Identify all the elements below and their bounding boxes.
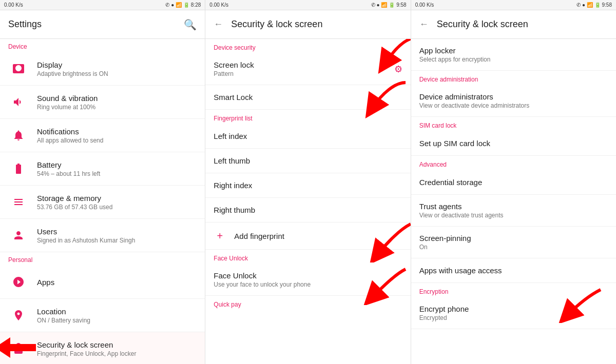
security-middle-list: Device security Screen lock Pattern ⚙ [205, 39, 410, 364]
quick-pay-label: Quick pay [205, 296, 410, 310]
apps-title: Apps [37, 278, 197, 287]
display-title: Display [37, 60, 197, 69]
main-content: Settings 🔍 Device Display Adaptive brigh… [0, 10, 616, 364]
security-right-header: ← Security & lock screen [411, 10, 616, 39]
sound-title: Sound & vibration [37, 94, 197, 103]
sound-subtitle: Ring volume at 100% [37, 104, 197, 111]
status-time-3: 9:58 [602, 2, 612, 8]
storage-title: Storage & memory [37, 194, 197, 203]
sim-lock-section-label: SIM card lock [411, 117, 616, 131]
location-subtitle: ON / Battery saving [37, 317, 197, 324]
left-thumb-title: Left thumb [214, 156, 402, 165]
smart-lock-title: Smart Lock [214, 93, 402, 102]
right-index-item[interactable]: Right index [205, 173, 410, 198]
encrypt-phone-item[interactable]: Encrypt phone Encrypted [411, 297, 616, 329]
status-time-2: 9:58 [396, 2, 406, 8]
location-item[interactable]: Location ON / Battery saving [0, 299, 205, 332]
encryption-section-label: Encryption [411, 283, 616, 297]
face-unlock-title: Face Unlock [214, 271, 402, 280]
users-title: Users [37, 227, 197, 236]
battery-text: Battery 54% – about 11 hrs left [37, 160, 197, 177]
app-locker-subtitle: Select apps for encryption [419, 56, 608, 63]
device-admin-item[interactable]: Device administrators View or deactivate… [411, 85, 616, 117]
advanced-section-label: Advanced [411, 156, 616, 170]
device-admin-title: Device administrators [419, 92, 608, 101]
settings-title: Settings [8, 19, 184, 30]
notifications-icon [8, 125, 29, 146]
battery-item[interactable]: Battery 54% – about 11 hrs left [0, 152, 205, 186]
location-text: Location ON / Battery saving [37, 307, 197, 324]
device-section-label: Device [0, 39, 205, 52]
personal-section-label: Personal [0, 252, 205, 266]
status-panel-1: 0.00 K/s ✆ ● 📶 🔋 8:28 [0, 0, 205, 10]
back-arrow-right[interactable]: ← [419, 19, 429, 30]
right-index-title: Right index [214, 181, 402, 190]
encrypt-phone-subtitle: Encrypted [419, 314, 608, 321]
security-middle-header: ← Security & lock screen [205, 10, 410, 39]
right-thumb-item[interactable]: Right thumb [205, 198, 410, 223]
security-middle-title: Security & lock screen [231, 19, 402, 30]
usage-access-title: Apps with usage access [419, 266, 608, 275]
apps-icon [8, 272, 29, 292]
sound-item[interactable]: Sound & vibration Ring volume at 100% [0, 86, 205, 119]
screen-pinning-title: Screen-pinning [419, 234, 608, 242]
screen-pinning-subtitle: On [419, 244, 608, 251]
add-fingerprint-item[interactable]: + Add fingerprint [205, 223, 410, 250]
status-bar: 0.00 K/s ✆ ● 📶 🔋 8:28 0.00 K/s ✆ ● 📶 🔋 9… [0, 0, 616, 10]
users-item[interactable]: Users Signed in as Ashutosh Kumar Singh [0, 219, 205, 252]
display-text: Display Adaptive brightness is ON [37, 60, 197, 77]
right-thumb-title: Right thumb [214, 206, 402, 214]
credential-storage-item[interactable]: Credential storage [411, 170, 616, 195]
battery-title: Battery [37, 160, 197, 169]
app-locker-item[interactable]: App locker Select apps for encryption [411, 39, 616, 71]
fingerprint-list-label: Fingerprint list [205, 110, 410, 124]
security-title: Security & lock screen [37, 340, 197, 349]
notifications-item[interactable]: Notifications All apps allowed to send [0, 119, 205, 152]
screen-lock-item[interactable]: Screen lock Pattern ⚙ [205, 53, 410, 85]
status-speed-3: 0.00 K/s [415, 2, 434, 8]
status-time-1: 8:28 [191, 2, 201, 8]
screen-lock-subtitle: Pattern [214, 70, 394, 77]
sim-lock-title: Set up SIM card lock [419, 139, 608, 148]
notifications-subtitle: All apps allowed to send [37, 137, 197, 144]
gear-icon[interactable]: ⚙ [394, 64, 402, 75]
device-admin-subtitle: View or deactivate device administrators [419, 102, 608, 109]
encrypt-phone-title: Encrypt phone [419, 305, 608, 313]
sim-lock-item[interactable]: Set up SIM card lock [411, 131, 616, 156]
add-icon: + [214, 230, 226, 242]
panel-security-right: ← Security & lock screen App locker Sele… [411, 10, 616, 364]
battery-icon [8, 158, 29, 179]
storage-subtitle: 53.76 GB of 57.43 GB used [37, 204, 197, 211]
status-icons-3: ✆ ● 📶 🔋 9:58 [576, 2, 612, 8]
display-subtitle: Adaptive brightness is ON [37, 70, 197, 77]
trust-agents-item[interactable]: Trust agents View or deactivate trust ag… [411, 195, 616, 227]
back-arrow-middle[interactable]: ← [214, 19, 223, 30]
battery-subtitle: 54% – about 11 hrs left [37, 170, 197, 177]
sound-text: Sound & vibration Ring volume at 100% [37, 94, 197, 111]
display-item[interactable]: Display Adaptive brightness is ON [0, 52, 205, 86]
screen-lock-title: Screen lock [214, 60, 394, 69]
security-icon [8, 338, 29, 359]
app-locker-title: App locker [419, 46, 608, 55]
usage-access-item[interactable]: Apps with usage access [411, 258, 616, 283]
left-index-item[interactable]: Left index [205, 124, 410, 149]
status-icons-2: ✆ ● 📶 🔋 9:58 [371, 2, 407, 8]
storage-text: Storage & memory 53.76 GB of 57.43 GB us… [37, 194, 197, 211]
face-unlock-item[interactable]: Face Unlock Use your face to unlock your… [205, 264, 410, 296]
panel-security-middle: ← Security & lock screen Device security… [205, 10, 411, 364]
left-thumb-item[interactable]: Left thumb [205, 149, 410, 173]
status-panel-2: 0.00 K/s ✆ ● 📶 🔋 9:58 [205, 0, 411, 10]
credential-storage-title: Credential storage [419, 178, 608, 187]
security-subtitle: Fingerprint, Face Unlock, App locker [37, 350, 197, 357]
security-right-title: Security & lock screen [437, 19, 608, 30]
storage-item[interactable]: Storage & memory 53.76 GB of 57.43 GB us… [0, 186, 205, 219]
security-item[interactable]: Security & lock screen Fingerprint, Face… [0, 332, 205, 364]
security-text: Security & lock screen Fingerprint, Face… [37, 340, 197, 357]
smart-lock-item[interactable]: Smart Lock [205, 85, 410, 110]
face-unlock-label: Face Unlock [205, 250, 410, 264]
screen-pinning-item[interactable]: Screen-pinning On [411, 227, 616, 258]
settings-header: Settings 🔍 [0, 10, 205, 39]
search-icon[interactable]: 🔍 [184, 18, 197, 31]
trust-agents-subtitle: View or deactivate trust agents [419, 212, 608, 219]
apps-item[interactable]: Apps [0, 266, 205, 299]
